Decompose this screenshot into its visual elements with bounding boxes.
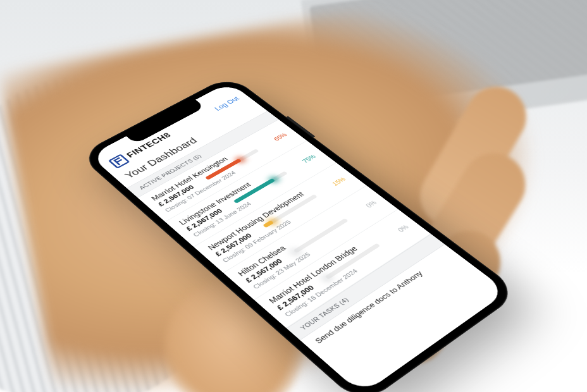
task-row[interactable]: Send due diligence docs to Anthony [300,245,462,355]
project-row[interactable]: Marriot Hotel London Bridge£ 2,567,0000%… [254,209,431,328]
project-percent: 0% [388,224,410,238]
project-progress-bar[interactable] [293,218,348,253]
project-closing-date: Closing: 16 December 2024 [283,230,418,318]
project-name: Marriot Hotel London Bridge [267,217,403,305]
logout-link[interactable]: Log Out [213,95,240,112]
task-title: Send due diligence docs to Anthony [313,269,424,345]
brand-logo-icon [108,154,130,169]
project-progress-bar[interactable] [324,243,380,279]
project-amount: £ 2,567,000 [244,257,284,284]
section-header-your-tasks: YOUR TASKS (4) [287,234,445,340]
project-amount: £ 2,567,000 [213,232,253,258]
project-amount: £ 2,567,000 [275,284,316,312]
